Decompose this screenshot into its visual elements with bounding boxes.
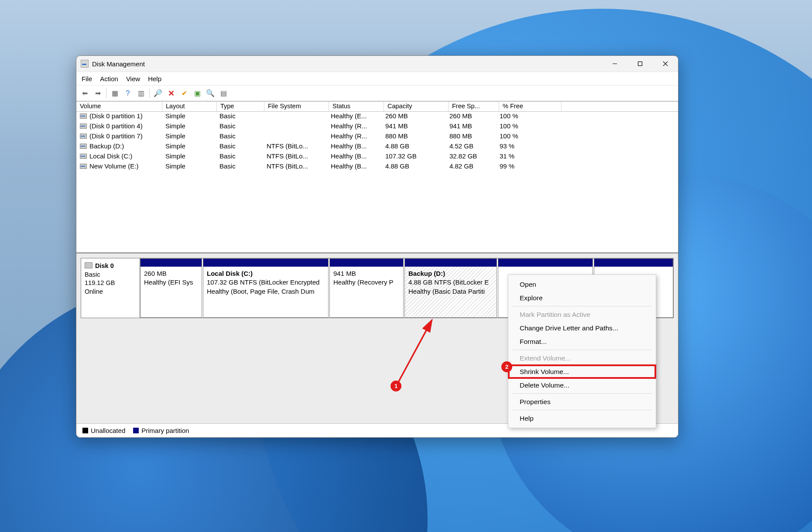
annotation-badge-2: 2	[501, 361, 512, 372]
table-row[interactable]: (Disk 0 partition 1)SimpleBasicHealthy (…	[76, 112, 678, 122]
partition-block[interactable]: 260 MBHealthy (EFI Sys	[140, 258, 202, 318]
search-icon[interactable]: 🔍	[205, 88, 216, 99]
ctx-change-letter[interactable]: Change Drive Letter and Paths...	[508, 321, 656, 335]
partition-block[interactable]: 941 MBHealthy (Recovery P	[329, 258, 404, 318]
table-row[interactable]: (Disk 0 partition 4)SimpleBasicHealthy (…	[76, 122, 678, 132]
legend-unallocated-swatch	[82, 428, 88, 433]
add-icon[interactable]: ▣	[192, 88, 203, 99]
app-icon	[81, 60, 89, 68]
column-headers[interactable]: Volume Layout Type File System Status Ca…	[76, 102, 678, 112]
ctx-help[interactable]: Help	[508, 412, 656, 425]
list-icon[interactable]: ▤	[218, 88, 229, 99]
partition-block[interactable]: Backup (D:)4.88 GB NTFS (BitLocker EHeal…	[404, 258, 497, 318]
show-hide-icon[interactable]: ▦	[109, 88, 120, 99]
minimize-button[interactable]	[602, 56, 627, 72]
separator	[106, 89, 106, 98]
volume-list: Volume Layout Type File System Status Ca…	[76, 102, 678, 252]
maximize-button[interactable]	[627, 56, 653, 72]
col-capacity: Capacity	[384, 102, 449, 111]
ctx-open[interactable]: Open	[508, 278, 656, 291]
col-type: Type	[217, 102, 264, 111]
table-row[interactable]: Local Disk (C:)SimpleBasicNTFS (BitLo...…	[76, 152, 678, 162]
menu-help[interactable]: Help	[148, 75, 161, 82]
context-menu: Open Explore Mark Partition as Active Ch…	[508, 275, 656, 428]
panel-icon[interactable]: ▥	[135, 88, 147, 99]
ctx-explore[interactable]: Explore	[508, 291, 656, 305]
toolbar: ⬅ ➡ ▦ ? ▥ 🔎 ✕ ✔ ▣ 🔍 ▤	[76, 85, 678, 102]
forward-icon[interactable]: ➡	[92, 88, 103, 99]
check-icon[interactable]: ✔	[178, 88, 190, 99]
ctx-properties[interactable]: Properties	[508, 395, 656, 408]
help-icon[interactable]: ?	[122, 88, 134, 99]
col-layout: Layout	[162, 102, 217, 111]
back-icon[interactable]: ⬅	[79, 88, 90, 99]
table-row[interactable]: New Volume (E:)SimpleBasicNTFS (BitLo...…	[76, 162, 678, 172]
menu-file[interactable]: File	[82, 75, 92, 82]
legend-primary-swatch	[133, 428, 139, 433]
ctx-format[interactable]: Format...	[508, 335, 656, 348]
col-filesystem: File System	[264, 102, 329, 111]
ctx-shrink-volume[interactable]: Shrink Volume...	[508, 365, 656, 378]
ctx-mark-active: Mark Partition as Active	[508, 308, 656, 321]
close-button[interactable]	[653, 56, 678, 72]
disk-label[interactable]: Disk 0 Basic 119.12 GB Online	[81, 258, 140, 318]
col-free: Free Sp...	[449, 102, 499, 111]
disk-icon	[85, 262, 93, 268]
find-icon[interactable]: 🔎	[152, 88, 164, 99]
window-title: Disk Management	[92, 60, 602, 68]
col-status: Status	[329, 102, 384, 111]
separator	[149, 89, 150, 98]
annotation-badge-1: 1	[391, 381, 401, 391]
table-row[interactable]: Backup (D:)SimpleBasicNTFS (BitLo...Heal…	[76, 142, 678, 152]
table-row[interactable]: (Disk 0 partition 7)SimpleBasicHealthy (…	[76, 132, 678, 142]
svg-rect-1	[638, 62, 642, 66]
menu-action[interactable]: Action	[100, 75, 118, 82]
ctx-delete-volume[interactable]: Delete Volume...	[508, 378, 656, 392]
col-volume: Volume	[76, 102, 162, 111]
delete-icon[interactable]: ✕	[165, 88, 177, 99]
partition-block[interactable]: Local Disk (C:)107.32 GB NTFS (BitLocker…	[203, 258, 329, 318]
menu-view[interactable]: View	[126, 75, 140, 82]
col-pctfree: % Free	[499, 102, 562, 111]
ctx-extend-volume: Extend Volume...	[508, 351, 656, 365]
titlebar[interactable]: Disk Management	[76, 56, 678, 72]
menubar: File Action View Help	[76, 72, 678, 85]
